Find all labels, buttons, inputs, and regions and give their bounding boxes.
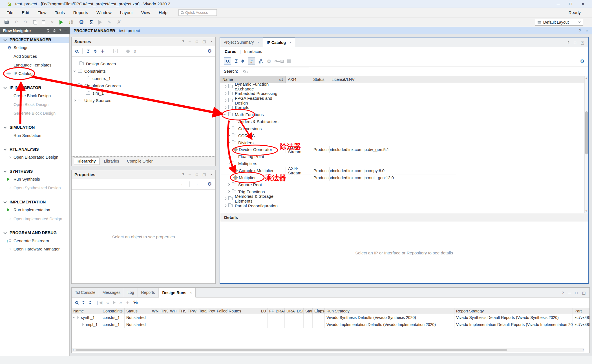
expand-all-icon[interactable] (89, 301, 92, 304)
sidebar-item-run-implementation[interactable]: Run Implementation (0, 207, 69, 213)
chevron-right-icon[interactable] (224, 205, 226, 207)
chevron-right-icon[interactable] (227, 134, 230, 137)
tree-item-simulation-sources[interactable]: Simulation Sources (72, 82, 215, 89)
ip-search-input[interactable] (241, 68, 309, 75)
close-icon[interactable]: × (190, 290, 192, 295)
help-icon[interactable]: ? (182, 172, 184, 177)
vertical-scrollbar[interactable]: ∧ ∨ (584, 76, 588, 213)
ip-row-multiplier[interactable]: Multiplier Production Included xilinx.co… (220, 174, 456, 181)
column-license[interactable]: License (329, 76, 342, 83)
col-whs[interactable]: WHS (168, 308, 177, 314)
tree-item-design-sources[interactable]: Design Sources (72, 60, 215, 67)
column-axi4[interactable]: AXI4 (286, 76, 311, 83)
help-icon[interactable]: ? (59, 29, 61, 33)
ip-row-category[interactable]: Dynamic Function eXchange (220, 83, 456, 90)
gear-icon[interactable]: ⚙ (207, 182, 212, 187)
minimize-panel-icon[interactable]: ─ (64, 29, 67, 33)
tab-compile-order[interactable]: Compile Order (123, 158, 156, 165)
sidebar-section-program-and-debug[interactable]: PROGRAM AND DEBUG (0, 230, 69, 236)
collapse-all-icon[interactable] (82, 301, 85, 304)
scroll-up-icon[interactable]: ∧ (585, 77, 587, 79)
scroll-down-icon[interactable]: ∨ (585, 210, 587, 212)
chevron-right-icon[interactable] (224, 92, 226, 95)
col-uram[interactable]: URAM (285, 308, 295, 314)
float-panel-icon[interactable]: ◳ (582, 291, 586, 295)
maximize-panel-icon[interactable]: □ (196, 39, 198, 44)
col-part[interactable]: Part (573, 308, 589, 314)
chevron-down-icon[interactable] (73, 316, 75, 318)
col-report-strategy[interactable]: Report Strategy (454, 308, 573, 314)
col-bram[interactable]: BRAM (274, 308, 285, 314)
run-row-synth[interactable]: synth_1 constrs_1 Not started Vivado Syn… (72, 314, 589, 321)
search-icon[interactable] (75, 301, 78, 304)
close-icon[interactable]: × (257, 40, 259, 45)
chevron-right-icon[interactable] (227, 120, 230, 123)
sidebar-item-settings[interactable]: ⚙Settings (0, 45, 69, 51)
ip-row-complex-multiplier[interactable]: Complex Multiplier AXI4-Stream Productio… (220, 167, 456, 174)
undo-icon[interactable]: ↶ (14, 20, 18, 25)
col-ths[interactable]: THS (177, 308, 186, 314)
menu-help[interactable]: Help (154, 8, 172, 17)
maximize-panel-icon[interactable]: □ (575, 291, 578, 295)
chevron-right-icon[interactable] (224, 197, 226, 200)
column-status[interactable]: Status (311, 76, 329, 83)
col-run-strategy[interactable]: Run Strategy (325, 308, 454, 314)
sidebar-item-run-simulation[interactable]: Run Simulation (0, 132, 69, 139)
menu-view[interactable]: View (137, 8, 154, 17)
float-panel-icon[interactable]: ◳ (202, 39, 206, 44)
horizontal-scrollbar[interactable]: ‹ › (72, 348, 584, 352)
ip-row-category[interactable]: Conversions (220, 125, 456, 132)
add-sources-icon[interactable]: + (101, 48, 105, 54)
sidebar-item-language-templates[interactable]: Language Templates (0, 62, 69, 68)
chevron-right-icon[interactable] (224, 85, 226, 88)
ip-row-divider-generator[interactable]: Divider Generator AXI4-Stream Production… (220, 146, 456, 153)
run-row-impl[interactable]: impl_1 constrs_1 Not started Vivado Impl… (72, 321, 589, 328)
group-by-hierarchy-icon[interactable]: ▞ (259, 59, 263, 63)
col-constraints[interactable]: Constraints (101, 308, 125, 314)
close-icon[interactable]: × (577, 1, 589, 6)
sidebar-section-ip-integrator[interactable]: IP INTEGRATOR (0, 85, 69, 91)
chevron-down-icon[interactable] (227, 162, 230, 164)
menu-flow[interactable]: Flow (33, 8, 51, 17)
col-total-power[interactable]: Total Power (197, 308, 215, 314)
sidebar-item-generate-bitstream[interactable]: ↓0110Generate Bitstream (0, 238, 69, 244)
col-ff[interactable]: FF (268, 308, 274, 314)
paste-icon[interactable] (42, 20, 45, 24)
help-icon[interactable]: ? (562, 291, 564, 295)
col-lut[interactable]: LUT (259, 308, 268, 314)
help-icon[interactable]: ? (579, 28, 581, 33)
close-panel-icon[interactable]: × (210, 39, 213, 44)
ip-row-math-functions[interactable]: Math Functions (220, 111, 456, 118)
filter-incompatible-icon[interactable]: # (248, 57, 255, 65)
minimize-panel-icon[interactable]: ─ (189, 39, 191, 44)
chevron-right-icon[interactable] (224, 99, 226, 101)
gear-icon[interactable]: ⚙ (580, 59, 584, 64)
tab-tcl-console[interactable]: Tcl Console (72, 288, 99, 297)
chevron-down-icon[interactable] (74, 69, 76, 72)
menu-layout[interactable]: Layout (116, 8, 137, 17)
expand-all-icon[interactable] (241, 59, 244, 63)
scrollbar-thumb[interactable] (585, 111, 588, 154)
open-project-icon[interactable] (5, 21, 9, 24)
ip-row-category[interactable]: Kernels (220, 104, 456, 111)
chevron-right-icon[interactable] (224, 106, 226, 108)
help-icon[interactable]: ? (182, 39, 184, 44)
ip-row-category[interactable]: Square Root (220, 181, 456, 188)
percent-icon[interactable]: % (133, 300, 138, 305)
tab-hierarchy[interactable]: Hierarchy (74, 157, 100, 165)
tab-reports[interactable]: Reports (138, 288, 159, 297)
ip-row-category[interactable]: Floating Point (220, 153, 456, 160)
view-interfaces[interactable]: Interfaces (244, 49, 262, 54)
tree-item-utility-sources[interactable]: Utility Sources (72, 97, 215, 104)
col-name[interactable]: Name (72, 308, 101, 314)
sidebar-section-synthesis[interactable]: SYNTHESIS (0, 168, 69, 174)
sidebar-section-project-manager[interactable]: PROJECT MANAGER (0, 37, 69, 43)
chevron-right-icon[interactable] (227, 156, 230, 158)
col-wns[interactable]: WNS (150, 308, 159, 314)
gear-icon[interactable]: ⚙ (207, 49, 212, 54)
float-panel-icon[interactable]: ◳ (581, 41, 584, 45)
tree-item-constraints[interactable]: Constraints (72, 67, 215, 75)
col-start[interactable]: Start (304, 308, 313, 314)
sidebar-section-rtl-analysis[interactable]: RTL ANALYSIS (0, 146, 69, 152)
collapse-all-icon[interactable] (47, 29, 50, 32)
